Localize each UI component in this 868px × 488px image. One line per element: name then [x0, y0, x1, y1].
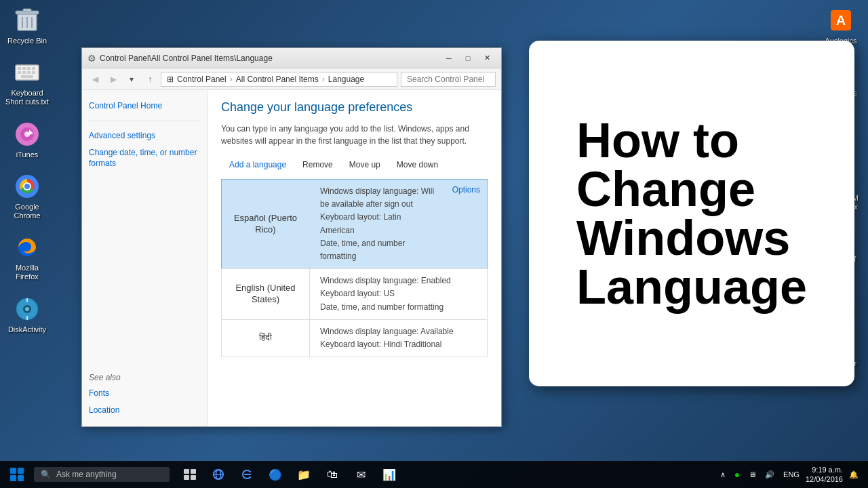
sidebar-link-home[interactable]: Control Panel Home [89, 100, 200, 112]
espanol-detail-2: Keyboard layout: Latin American [320, 211, 435, 237]
see-also-title: See also [89, 373, 200, 382]
english-detail-3: Date, time, and number formatting [320, 301, 463, 314]
notification-icon[interactable]: 🔔 [846, 469, 861, 481]
sidebar-link-location[interactable]: Location [89, 405, 200, 416]
page-description: You can type in any language you add to … [221, 123, 488, 147]
svg-rect-53 [191, 469, 196, 474]
tray-lang[interactable]: ENG [781, 469, 802, 480]
taskbar-edge[interactable] [233, 462, 260, 487]
keyboard-icon [14, 59, 41, 86]
taskbar-explorer[interactable]: 📁 [290, 462, 317, 487]
window-body: Control Panel Home Advanced settings Cha… [82, 90, 501, 426]
espanol-options-link[interactable]: Options [452, 185, 480, 195]
svg-rect-9 [27, 67, 31, 70]
svg-point-18 [24, 131, 30, 137]
desktop-icon-chrome[interactable]: Google Chrome [3, 173, 51, 220]
page-title: Change your language preferences [221, 100, 488, 115]
recycle-bin-icon [14, 7, 41, 34]
svg-rect-2 [23, 9, 31, 12]
desktop-icon-auslogics1[interactable]: A Auslogics [817, 7, 865, 45]
english-details: Windows display language: Enabled Keyboa… [310, 269, 473, 319]
path-icon: ⊞ [167, 75, 174, 84]
english-detail-1: Windows display language: Enabled [320, 274, 463, 287]
svg-rect-13 [27, 71, 31, 74]
english-name: English (United States) [222, 269, 310, 319]
start-button[interactable] [3, 462, 31, 487]
path-language: Language [328, 75, 364, 84]
tray-green-dot: ● [732, 468, 743, 481]
keyboard-label: Keyboard Short cuts.txt [3, 89, 51, 106]
move-down-button[interactable]: Move down [389, 157, 446, 172]
recycle-bin-label: Recycle Bin [7, 37, 47, 45]
tray-network[interactable]: 🖥 [746, 469, 759, 480]
up-button[interactable]: ↑ [142, 72, 157, 87]
recent-locations-button[interactable]: ▾ [124, 72, 139, 87]
maximize-button[interactable]: □ [459, 52, 477, 65]
language-item-espanol[interactable]: Español (Puerto Rico) Windows display la… [221, 179, 488, 269]
desktop-icon-firefox[interactable]: Mozilla Firefox [3, 234, 51, 281]
back-button[interactable]: ◀ [87, 72, 102, 87]
tray-volume[interactable]: 🔊 [762, 469, 777, 481]
chrome-label: Google Chrome [3, 203, 51, 220]
close-button[interactable]: ✕ [478, 52, 496, 65]
sidebar: Control Panel Home Advanced settings Cha… [82, 90, 208, 426]
search-icon: 🔍 [41, 470, 51, 479]
overlay-title: How toChangeWindowsLanguage [576, 116, 807, 311]
taskbar-ie[interactable] [205, 462, 232, 487]
forward-button[interactable]: ▶ [106, 72, 121, 87]
itunes-label: iTunes [16, 150, 39, 159]
language-item-hindi[interactable]: हिंदी Windows display language: Availabl… [221, 319, 488, 357]
svg-rect-51 [18, 475, 24, 481]
itunes-icon [14, 121, 41, 148]
hindi-options-cell [473, 320, 487, 357]
path-control-panel: Control Panel [177, 75, 226, 84]
sidebar-link-advanced[interactable]: Advanced settings [89, 130, 200, 142]
sidebar-link-datetime[interactable]: Change date, time, or number formats [89, 147, 200, 170]
disk-activity-icon [14, 296, 41, 323]
taskbar-pinned-apps: 🔵 📁 🛍 ✉ 📊 [176, 462, 403, 487]
desktop-icon-diskactivity[interactable]: DiskActivity [3, 296, 51, 334]
language-item-english[interactable]: English (United States) Windows display … [221, 268, 488, 320]
address-bar: ◀ ▶ ▾ ↑ ⊞ Control Panel › All Control Pa… [82, 68, 501, 90]
taskbar-cortana[interactable]: 🔵 [262, 462, 289, 487]
firefox-icon [14, 234, 41, 261]
move-up-button[interactable]: Move up [341, 157, 389, 172]
hindi-details: Windows display language: Available Keyb… [310, 320, 473, 357]
search-input[interactable] [401, 72, 496, 87]
taskbar-time[interactable]: 9:19 a.m. 12/04/2016 [806, 465, 843, 485]
windows-logo-icon [9, 467, 24, 482]
svg-rect-8 [22, 67, 26, 70]
taskbar-search[interactable]: 🔍 Ask me anything [34, 467, 170, 482]
desktop-icon-keyboard[interactable]: Keyboard Short cuts.txt [3, 59, 51, 106]
remove-button[interactable]: Remove [294, 157, 341, 172]
window-titlebar: ⚙ Control Panel\All Control Panel Items\… [82, 48, 501, 68]
espanol-detail-3: Date, time, and number formatting [320, 237, 435, 263]
taskbar-task-view[interactable] [176, 462, 203, 487]
desktop-icons-left: Recycle Bin Keyboard Short cuts.txt [0, 0, 54, 341]
overlay-card: How toChangeWindowsLanguage [529, 41, 854, 386]
tray-chevron[interactable]: ∧ [717, 469, 728, 481]
add-language-button[interactable]: Add a language [221, 157, 294, 172]
svg-rect-11 [18, 71, 21, 74]
taskbar-store[interactable]: 🛍 [319, 462, 346, 487]
taskbar-mail[interactable]: ✉ [347, 462, 374, 487]
ie-icon [212, 468, 224, 481]
svg-rect-55 [191, 475, 196, 480]
hindi-detail-1: Windows display language: Available [320, 325, 463, 338]
control-panel-window: ⚙ Control Panel\All Control Panel Items\… [81, 47, 502, 427]
svg-rect-54 [184, 475, 189, 480]
desktop-icon-itunes[interactable]: iTunes [3, 121, 51, 159]
language-list: Español (Puerto Rico) Windows display la… [221, 179, 488, 357]
svg-rect-12 [22, 71, 26, 74]
task-view-icon [184, 469, 196, 480]
address-path[interactable]: ⊞ Control Panel › All Control Panel Item… [161, 72, 397, 87]
sidebar-link-fonts[interactable]: Fonts [89, 388, 200, 399]
minimize-button[interactable]: ─ [440, 52, 458, 65]
taskbar-unknown[interactable]: 📊 [376, 462, 403, 487]
svg-point-21 [24, 184, 30, 189]
taskbar: 🔍 Ask me anything [0, 461, 868, 488]
desktop-icon-recycle-bin[interactable]: Recycle Bin [3, 7, 51, 45]
main-content: Change your language preferences You can… [208, 90, 501, 426]
chrome-icon [14, 173, 41, 200]
english-detail-2: Keyboard layout: US [320, 287, 463, 300]
